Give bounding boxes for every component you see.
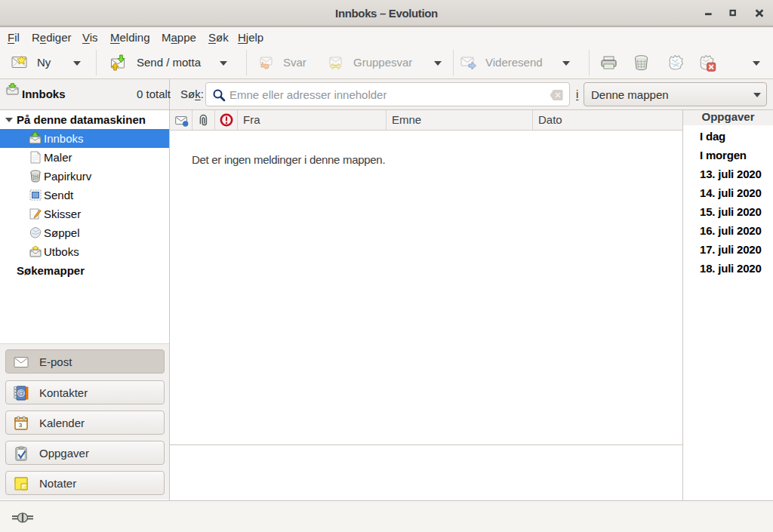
svg-text:@: @ [17, 389, 24, 397]
svg-text:3: 3 [19, 422, 23, 429]
